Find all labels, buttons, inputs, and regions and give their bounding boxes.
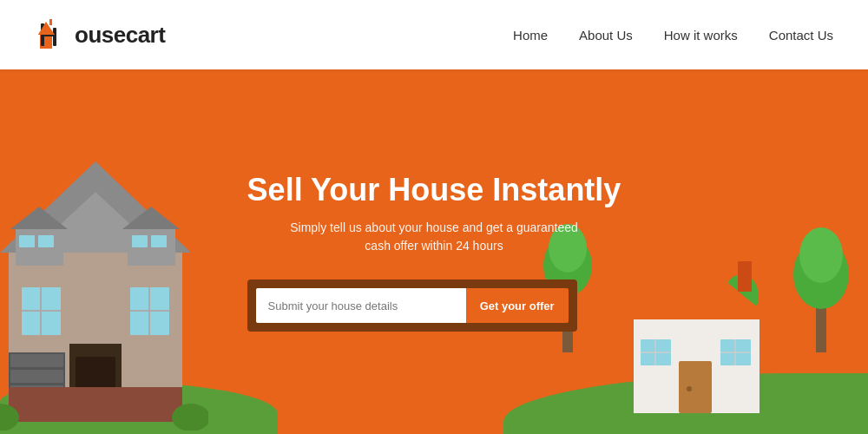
svg-rect-17 <box>132 235 148 247</box>
svg-rect-15 <box>19 235 35 247</box>
nav-how[interactable]: How it works <box>664 28 738 43</box>
svg-rect-28 <box>10 354 63 367</box>
hero-title: Sell Your House Instantly <box>247 172 621 208</box>
hero-content: Sell Your House Instantly Simply tell us… <box>247 172 621 332</box>
svg-rect-16 <box>38 235 54 247</box>
svg-point-47 <box>687 386 692 391</box>
site-header: ousecart Home About Us How it works Cont… <box>0 0 868 69</box>
svg-rect-18 <box>151 235 167 247</box>
svg-rect-3 <box>53 28 56 46</box>
nav-home[interactable]: Home <box>513 28 548 43</box>
logo-icon <box>35 16 73 54</box>
left-house-illustration <box>0 135 208 434</box>
main-nav: Home About Us How it works Contact Us <box>513 28 833 43</box>
svg-marker-6 <box>38 22 55 35</box>
logo-text: ousecart <box>75 22 165 49</box>
svg-rect-45 <box>738 261 752 292</box>
svg-rect-29 <box>10 370 63 383</box>
search-box: Get your offer <box>247 279 577 332</box>
logo[interactable]: ousecart <box>35 16 165 54</box>
svg-point-40 <box>799 227 843 283</box>
nav-about[interactable]: About Us <box>579 28 633 43</box>
hero-subtitle: Simply tell us about your house and get … <box>247 219 621 255</box>
get-offer-button[interactable]: Get your offer <box>466 288 569 323</box>
svg-rect-32 <box>9 387 182 422</box>
house-details-input[interactable] <box>256 288 466 323</box>
hero-section: Sell Your House Instantly Simply tell us… <box>0 69 868 434</box>
svg-rect-46 <box>679 361 712 413</box>
nav-contact[interactable]: Contact Us <box>769 28 833 43</box>
svg-rect-7 <box>49 19 52 25</box>
